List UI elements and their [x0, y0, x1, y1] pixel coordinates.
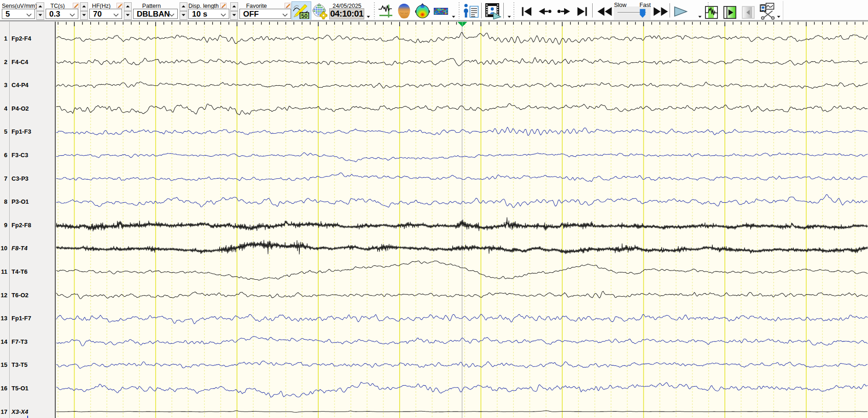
- svg-text:50: 50: [301, 13, 308, 19]
